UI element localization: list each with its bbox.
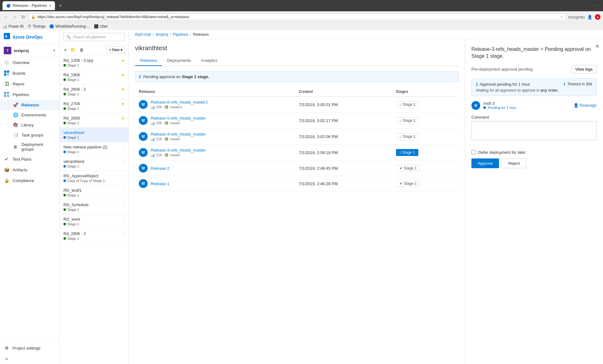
stage-badge[interactable]: ○ Stage 1: [396, 133, 419, 140]
approve-button[interactable]: Approve: [471, 158, 499, 168]
release-avatar: M: [139, 164, 148, 173]
sidebar-collapse-button[interactable]: «: [0, 353, 59, 364]
sidebar-item-deployment-groups[interactable]: 🖥 Deployment groups: [0, 140, 59, 154]
stage-badge-success[interactable]: ✔ Stage 1: [396, 180, 420, 187]
bookmark-timings[interactable]: ⏱ Timings: [28, 24, 46, 29]
release-stage: ○ Stage 1: [392, 97, 459, 113]
close-window-button[interactable]: ✕: [594, 3, 600, 9]
star-icon[interactable]: ☆: [121, 188, 125, 193]
pipeline-item[interactable]: Rd_2806 ★ Stage 1: [60, 113, 128, 128]
star-icon[interactable]: ★: [121, 102, 125, 106]
search-input-wrapper[interactable]: 🔍 Search all pipelines: [63, 33, 125, 41]
star-icon[interactable]: ★: [121, 87, 125, 92]
star-icon[interactable]: ☆: [121, 217, 125, 222]
pipeline-item[interactable]: Rd_2606 - 2 ★ Stage 1: [60, 84, 128, 99]
pipeline-list: 🔍 Search all pipelines ≡ 📁 🗑 + New ▾ Rd_…: [60, 30, 129, 364]
new-pipeline-button[interactable]: + New ▾: [106, 46, 125, 53]
star-icon[interactable]: ☆: [121, 145, 125, 149]
pipeline-item[interactable]: Rd_1906 ★ Stage 1: [60, 70, 128, 84]
new-tab-button[interactable]: +: [59, 3, 62, 8]
reassign-button[interactable]: 👤 Reassign: [573, 103, 597, 108]
bookmark-uber[interactable]: ⬛ Uber: [94, 24, 108, 29]
release-link[interactable]: Release-1: [151, 181, 169, 186]
pipeline-item-selected[interactable]: vikranthtest ☆ Stage 1: [60, 128, 128, 142]
stage-dot: [63, 179, 66, 182]
pipeline-name: RD_work: [63, 217, 80, 222]
breadcrumb-item-org[interactable]: tfspf-rmpf: [135, 32, 151, 37]
view-logs-button[interactable]: View logs: [571, 65, 597, 73]
sidebar-item-boards[interactable]: Boards: [0, 68, 59, 78]
pipeline-item[interactable]: RD_ApproveReject ☆ Copy of Copy of Stage…: [60, 171, 128, 185]
star-icon[interactable]: ☆: [121, 232, 125, 236]
breadcrumb-item-project[interactable]: testproj: [156, 32, 168, 37]
star-icon[interactable]: ☆: [121, 203, 125, 207]
sidebar-item-artifacts[interactable]: 📦 Artifacts: [0, 164, 59, 175]
defer-checkbox[interactable]: [471, 150, 476, 154]
maximize-button[interactable]: □: [587, 3, 592, 9]
bookmark-powerbi[interactable]: 📊 Power BI: [3, 24, 24, 29]
star-icon[interactable]: ☆: [560, 15, 563, 19]
profile-icon[interactable]: 👤: [587, 15, 592, 19]
stage-dot: [63, 136, 66, 139]
reload-button[interactable]: ↻: [20, 14, 26, 20]
delete-button[interactable]: 🗑: [78, 47, 85, 53]
sidebar-item-task-groups[interactable]: 📑 Task groups: [0, 130, 59, 140]
pipeline-item[interactable]: RD_Schedule ☆ Stage 1: [60, 200, 128, 214]
pipeline-item[interactable]: RD_testf1 ☆ Stage 1: [60, 185, 128, 200]
release-name-cell: M Release-5-refs_heads_master 📊 255 🌿 ma…: [135, 113, 295, 129]
back-button[interactable]: ←: [3, 14, 9, 20]
release-link[interactable]: Release-2: [151, 166, 169, 171]
release-avatar: M: [139, 116, 148, 125]
sidebar-item-overview[interactable]: ⬡ Overview: [0, 57, 59, 68]
release-link[interactable]: Release-5-refs_heads_master: [151, 116, 206, 120]
list-view-button[interactable]: ≡: [63, 47, 68, 53]
stage-badge-active[interactable]: ⟨ Stage 1: [396, 149, 419, 156]
star-icon[interactable]: ★: [121, 116, 125, 120]
stage-badge[interactable]: ○ Stage 1: [396, 101, 419, 108]
stage-dot: [63, 237, 66, 240]
sidebar-item-test-plans[interactable]: ✔ Test Plans: [0, 154, 59, 164]
pipeline-item[interactable]: Rd_2806 - 2 ☆ Stage 1: [60, 229, 128, 243]
pipeline-item[interactable]: RD_work ☆ Stage 1: [60, 214, 128, 229]
bookmark-whatwasrunning[interactable]: 🔵 WhatWasRunning-...: [49, 24, 90, 29]
release-link[interactable]: Release-6-refs_heads_master1: [151, 100, 208, 104]
releases-title: vikranthtest: [135, 45, 459, 52]
tab-releases[interactable]: Releases: [135, 56, 162, 66]
browser-tab[interactable]: 🔵 Releases - Pipelines ✕: [3, 1, 55, 10]
sidebar-item-environments[interactable]: 🌐 Environments: [0, 110, 59, 120]
folder-view-button[interactable]: 📁: [69, 47, 77, 53]
project-selector[interactable]: T testproj +: [0, 44, 59, 57]
sidebar-item-releases[interactable]: 🚀 Releases: [0, 100, 59, 110]
release-link[interactable]: Release-3-refs_heads_master: [151, 148, 206, 153]
stage-badge-success[interactable]: ✔ Stage 1: [396, 165, 420, 172]
defer-label[interactable]: Defer deployment for later: [478, 150, 525, 155]
sidebar-item-project-settings[interactable]: ⚙ Project settings: [0, 343, 59, 353]
tab-close-button[interactable]: ✕: [49, 4, 51, 8]
pipeline-item[interactable]: Rd_1206 - Copy ★ Stage 1: [60, 56, 128, 70]
stage-badge[interactable]: ○ Stage 1: [396, 117, 419, 124]
sidebar-item-pipelines[interactable]: Pipelines: [0, 89, 59, 100]
minimize-button[interactable]: —: [579, 3, 585, 9]
close-panel-button[interactable]: ✕: [595, 43, 599, 49]
sidebar-item-library[interactable]: 📚 Library: [0, 120, 59, 130]
url-bar[interactable]: 🔒 https://dev.azure.com/tfspf-rmpf/testp…: [28, 13, 566, 20]
sidebar-item-repos[interactable]: Repos: [0, 78, 59, 89]
star-icon[interactable]: ★: [121, 58, 125, 63]
tab-analytics[interactable]: Analytics: [196, 56, 222, 66]
reject-button[interactable]: Reject: [502, 158, 526, 168]
release-link[interactable]: Release-4-refs_heads_master: [151, 132, 206, 136]
comment-input[interactable]: [471, 121, 597, 140]
breadcrumb-item-pipelines[interactable]: Pipelines: [173, 32, 188, 37]
tab-deployments[interactable]: Deployments: [162, 56, 196, 66]
forward-button[interactable]: →: [11, 14, 18, 20]
pipeline-item[interactable]: New release pipeline (2) ☆ Stage 1: [60, 142, 128, 157]
star-icon[interactable]: ☆: [121, 131, 125, 135]
star-icon[interactable]: ☆: [121, 159, 125, 164]
add-project-button[interactable]: +: [53, 48, 56, 53]
star-icon[interactable]: ☆: [121, 174, 125, 178]
release-avatar: M: [139, 179, 148, 188]
pipeline-item[interactable]: Rd_2706 ★ Stage 1: [60, 99, 128, 113]
sidebar-item-compliance[interactable]: 🔒 Compliance: [0, 175, 59, 186]
star-icon[interactable]: ★: [121, 73, 125, 77]
pipeline-item[interactable]: vikranthtest ☆ Stage 1: [60, 157, 128, 171]
